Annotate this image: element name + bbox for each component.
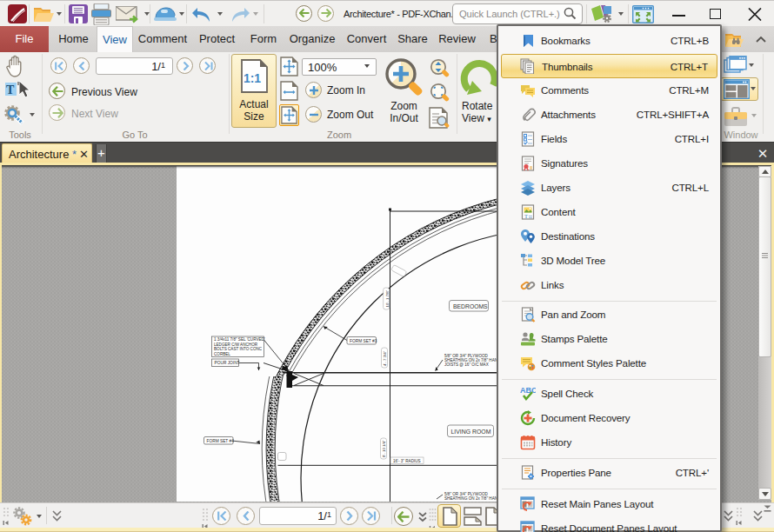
svg-text:ABC: ABC (520, 386, 536, 395)
svg-text:JOISTS @ 16" O/C MAX: JOISTS @ 16" O/C MAX (444, 362, 489, 367)
svg-text:FORM SET #3: FORM SET #3 (350, 339, 377, 343)
svg-text:1:1: 1:1 (244, 71, 261, 85)
svg-text:4'- 7 3/4": 4'- 7 3/4" (383, 350, 387, 366)
svg-text:5/8" OR 3/4" PLYWOOD: 5/8" OR 3/4" PLYWOOD (444, 492, 489, 496)
svg-text:SHEATHING ON 2x 7/8" HANG: SHEATHING ON 2x 7/8" HANG (444, 358, 501, 362)
svg-text:POUR JOINT: POUR JOINT (215, 361, 240, 365)
svg-text:5/8" OR 3/4" PLYWOOD: 5/8" OR 3/4" PLYWOOD (444, 354, 489, 358)
svg-text:LIVING ROOM: LIVING ROOM (451, 429, 491, 435)
svg-text:16'- 3" RADIUS: 16'- 3" RADIUS (393, 459, 421, 463)
svg-text:8'- 10 1/4": 8'- 10 1/4" (382, 440, 386, 457)
svg-text:10'- 1 7/8": 10'- 1 7/8" (385, 289, 390, 307)
svg-text:1 3/4x11 7/8" SEL 'CURVED': 1 3/4x11 7/8" SEL 'CURVED' (214, 337, 265, 342)
svg-text:SHEATHING ON 2x 7/8" HANG: SHEATHING ON 2x 7/8" HANG (444, 496, 501, 501)
svg-text:CORBEL: CORBEL (214, 352, 230, 356)
svg-text:FORM SET #4: FORM SET #4 (207, 439, 235, 443)
svg-text:BOLTS CAST INTO CONC: BOLTS CAST INTO CONC (214, 347, 263, 351)
svg-text:LEDGER C/W ANCHOR: LEDGER C/W ANCHOR (214, 342, 258, 347)
svg-text:BEDROOMS: BEDROOMS (453, 303, 488, 309)
svg-text:T: T (524, 213, 528, 219)
